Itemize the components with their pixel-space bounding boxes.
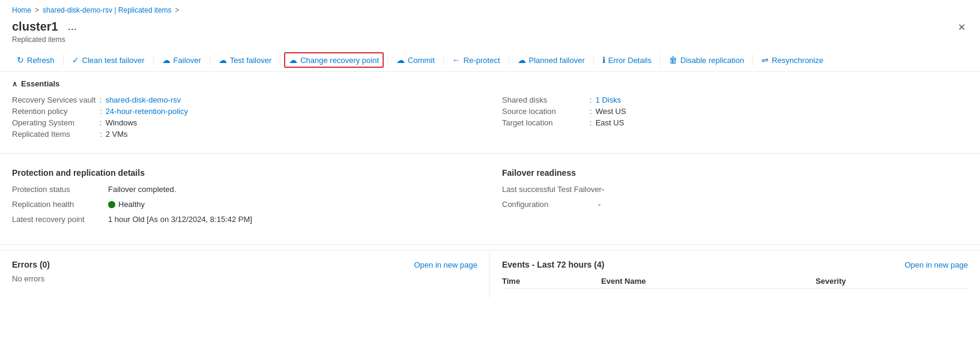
- events-table: Time Event Name Severity: [502, 274, 968, 289]
- reprotect-label: Re-protect: [464, 56, 500, 65]
- target-location-label: Target location: [502, 118, 586, 127]
- source-location-row: Source location : West US: [502, 107, 968, 116]
- protection-details-col: Protection and replication details Prote…: [12, 168, 478, 230]
- toolbar-separator-1: [63, 54, 64, 66]
- source-location-value: West US: [596, 107, 626, 116]
- disable-replication-button[interactable]: 🗑 Disable replication: [664, 52, 749, 68]
- latest-recovery-label: Latest recovery point: [12, 215, 108, 224]
- failover-readiness-title: Failover readiness: [502, 168, 968, 178]
- operating-system-row: Operating System : Windows: [12, 118, 478, 127]
- configuration-row: Configuration -: [502, 200, 968, 209]
- change-recovery-point-label: Change recovery point: [300, 56, 379, 65]
- errors-section: Errors (0) Open in new page No errors: [0, 250, 490, 298]
- protection-status-row: Protection status Failover completed.: [12, 185, 478, 194]
- planned-failover-button[interactable]: ☁ Planned failover: [513, 52, 590, 68]
- retention-policy-row: Retention policy : 24-hour-retention-pol…: [12, 107, 478, 116]
- essentials-grid: Recovery Services vault : shared-disk-de…: [12, 95, 968, 141]
- protection-section-title: Protection and replication details: [12, 168, 478, 178]
- commit-label: Commit: [408, 56, 435, 65]
- latest-recovery-value: 1 hour Old [As on 3/12/2024, 8:15:42 PM]: [108, 215, 252, 224]
- essentials-title: Essentials: [21, 79, 59, 88]
- cloud-arrow-icon: ☁: [289, 55, 297, 65]
- retention-policy-label: Retention policy: [12, 107, 96, 116]
- errors-open-link[interactable]: Open in new page: [414, 260, 477, 269]
- toolbar: ↻ Refresh ✓ Clean test failover ☁ Failov…: [0, 49, 980, 72]
- refresh-icon: ↻: [17, 55, 24, 65]
- operating-system-value: Windows: [106, 118, 138, 127]
- commit-button[interactable]: ☁ Commit: [392, 52, 440, 68]
- failover-readiness-col: Failover readiness Last successful Test …: [502, 168, 968, 230]
- essentials-header: ∧ Essentials: [12, 79, 968, 88]
- toolbar-separator-2: [153, 54, 154, 66]
- resynchronize-label: Resynchronize: [772, 56, 823, 65]
- shared-disks-value[interactable]: 1 Disks: [596, 95, 622, 104]
- toolbar-separator-8: [593, 54, 594, 66]
- breadcrumb: Home > shared-disk-demo-rsv | Replicated…: [0, 0, 980, 17]
- toolbar-separator-4: [280, 54, 280, 66]
- replication-health-value: Healthy: [108, 200, 145, 209]
- details-grid: Protection and replication details Prote…: [12, 168, 968, 230]
- main-divider: [0, 153, 980, 154]
- clean-test-failover-button[interactable]: ✓ Clean test failover: [67, 52, 150, 68]
- close-button[interactable]: ✕: [955, 19, 968, 35]
- target-location-row: Target location : East US: [502, 118, 968, 127]
- healthy-indicator: [108, 201, 115, 208]
- replicated-items-value: 2 VMs: [106, 130, 128, 139]
- test-failover-button[interactable]: ☁ Test failover: [214, 52, 276, 68]
- last-test-failover-row: Last successful Test Failover -: [502, 185, 968, 194]
- cloud-icon-3: ☁: [518, 55, 526, 65]
- time-column-header: Time: [502, 274, 601, 289]
- more-options-button[interactable]: ...: [64, 19, 80, 34]
- cloud-check-icon: ☁: [396, 55, 405, 65]
- replicated-items-row: Replicated Items : 2 VMs: [12, 130, 478, 139]
- arrow-left-icon: ←: [452, 55, 461, 65]
- recovery-vault-label: Recovery Services vault: [12, 95, 96, 104]
- page-subtitle: Replicated items: [12, 35, 80, 44]
- error-details-button[interactable]: ℹ Error Details: [597, 52, 656, 68]
- bottom-section: Errors (0) Open in new page No errors Ev…: [0, 250, 980, 298]
- last-test-failover-label: Last successful Test Failover: [502, 185, 602, 194]
- toolbar-separator-3: [210, 54, 210, 66]
- events-header-row: Time Event Name Severity: [502, 274, 968, 289]
- trash-icon: 🗑: [669, 55, 677, 65]
- essentials-right: Shared disks : 1 Disks Source location :…: [502, 95, 968, 141]
- essentials-section: ∧ Essentials Recovery Services vault : s…: [0, 72, 980, 148]
- check-icon: ✓: [72, 55, 79, 65]
- essentials-toggle[interactable]: ∧: [12, 80, 17, 88]
- events-table-header: Time Event Name Severity: [502, 274, 968, 289]
- breadcrumb-vault[interactable]: shared-disk-demo-rsv | Replicated items: [43, 6, 172, 14]
- configuration-value: -: [598, 200, 600, 209]
- toolbar-separator-5: [387, 54, 388, 66]
- details-section: Protection and replication details Prote…: [0, 158, 980, 239]
- planned-failover-label: Planned failover: [529, 56, 585, 65]
- shared-disks-label: Shared disks: [502, 95, 586, 104]
- disable-replication-label: Disable replication: [680, 56, 744, 65]
- shared-disks-row: Shared disks : 1 Disks: [502, 95, 968, 104]
- errors-title: Errors (0): [12, 260, 50, 269]
- failover-button[interactable]: ☁ Failover: [157, 52, 206, 68]
- latest-recovery-row: Latest recovery point 1 hour Old [As on …: [12, 215, 478, 224]
- last-test-failover-value: -: [602, 185, 604, 194]
- reprotect-button[interactable]: ← Re-protect: [447, 52, 505, 68]
- events-open-link[interactable]: Open in new page: [904, 260, 968, 269]
- essentials-left: Recovery Services vault : shared-disk-de…: [12, 95, 478, 141]
- resynchronize-button[interactable]: ⇌ Resynchronize: [757, 52, 828, 68]
- retention-policy-value[interactable]: 24-hour-retention-policy: [106, 107, 188, 116]
- page-header: cluster1 ... Replicated items ✕: [0, 17, 980, 49]
- recovery-vault-row: Recovery Services vault : shared-disk-de…: [12, 95, 478, 104]
- breadcrumb-home[interactable]: Home: [12, 6, 31, 14]
- protection-status-label: Protection status: [12, 185, 108, 194]
- title-row: cluster1 ...: [12, 19, 80, 34]
- refresh-button[interactable]: ↻ Refresh: [12, 52, 59, 68]
- replicated-items-label: Replicated Items: [12, 130, 96, 139]
- severity-column-header: Severity: [815, 274, 968, 289]
- replication-health-row: Replication health Healthy: [12, 200, 478, 209]
- info-icon: ℹ: [602, 55, 605, 65]
- failover-label: Failover: [174, 56, 201, 65]
- events-title: Events - Last 72 hours (4): [502, 260, 604, 269]
- events-section: Events - Last 72 hours (4) Open in new p…: [490, 250, 980, 298]
- recovery-vault-value[interactable]: shared-disk-demo-rsv: [106, 95, 181, 104]
- cloud-icon-1: ☁: [162, 55, 171, 65]
- no-errors-text: No errors: [12, 274, 477, 283]
- change-recovery-point-button[interactable]: ☁ Change recovery point: [284, 52, 384, 68]
